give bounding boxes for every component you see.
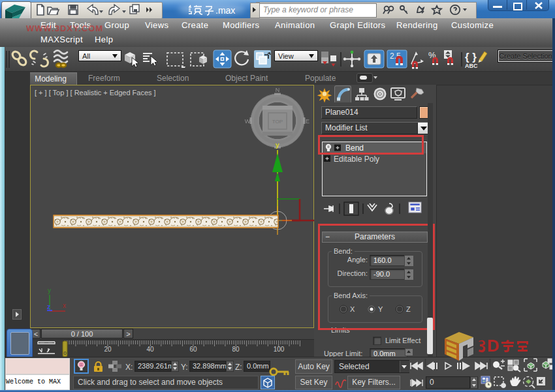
svg-text:{ }: { } — [465, 51, 477, 63]
svg-text:ABC: ABC — [465, 63, 478, 69]
svg-text:100: 100 — [274, 346, 285, 353]
svg-text:y: y — [276, 141, 279, 149]
svg-text:y: y — [48, 287, 51, 294]
svg-text:x: x — [63, 302, 66, 309]
svg-text:W: W — [245, 118, 251, 125]
svg-text:E: E — [306, 118, 309, 125]
svg-text:20: 20 — [104, 346, 112, 353]
svg-text:80: 80 — [232, 346, 240, 353]
svg-text:0: 0 — [63, 350, 67, 356]
svg-text:60: 60 — [189, 346, 197, 353]
svg-text:TOP: TOP — [272, 119, 283, 125]
svg-text:.max: .max — [215, 5, 235, 16]
svg-text:40: 40 — [146, 346, 154, 353]
svg-text:N: N — [276, 87, 280, 93]
svg-text:z: z — [47, 303, 51, 310]
